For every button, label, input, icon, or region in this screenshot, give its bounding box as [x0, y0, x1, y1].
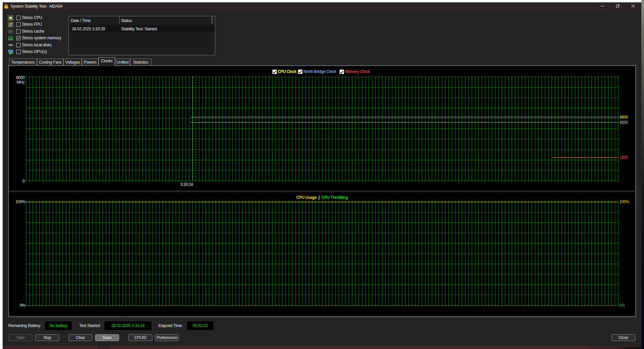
svg-text:%: % [9, 23, 12, 27]
